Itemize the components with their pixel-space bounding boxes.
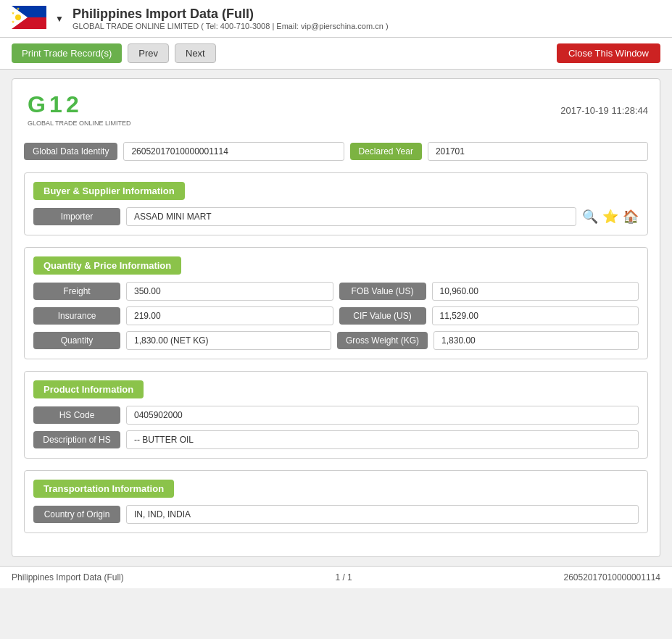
record-card: G 1 2 GLOBAL TRADE ONLINE LIMITED 2017-1… <box>12 78 660 557</box>
footer-bar: Philippines Import Data (Full) 1 / 1 260… <box>0 566 672 588</box>
svg-text:2: 2 <box>66 91 79 117</box>
card-header: G 1 2 GLOBAL TRADE ONLINE LIMITED 2017-1… <box>24 91 648 130</box>
hs-code-label: HS Code <box>33 406 120 424</box>
country-row: Country of Origin IN, IND, INDIA <box>33 505 639 524</box>
hs-code-value: 0405902000 <box>126 406 639 425</box>
freight-row: Freight 350.00 FOB Value (US) 10,960.00 <box>33 282 639 301</box>
cif-label: CIF Value (US) <box>339 307 426 325</box>
top-bar: ▼ Philippines Import Data (Full) GLOBAL … <box>0 0 672 38</box>
global-id-label: Global Data Identity <box>24 143 117 160</box>
importer-value: ASSAD MINI MART <box>126 207 576 226</box>
quantity-price-border: Quantity & Price Information Freight 350… <box>24 247 648 359</box>
prev-button[interactable]: Prev <box>128 43 169 63</box>
quantity-price-title: Quantity & Price Information <box>33 256 181 275</box>
svg-text:G: G <box>28 91 46 117</box>
description-label: Description of HS <box>33 431 120 448</box>
close-button[interactable]: Close This Window <box>557 43 660 63</box>
product-section: Product Information HS Code 0405902000 D… <box>24 371 648 459</box>
quantity-price-section: Quantity & Price Information Freight 350… <box>24 247 648 359</box>
title-block: Philippines Import Data (Full) GLOBAL TR… <box>72 7 660 30</box>
buyer-supplier-border: Buyer & Supplier Information Importer AS… <box>24 172 648 235</box>
gross-weight-label: Gross Weight (KG) <box>337 332 428 349</box>
flag-container <box>12 6 46 31</box>
dropdown-arrow[interactable]: ▼ <box>55 14 64 24</box>
gto-logo: G 1 2 GLOBAL TRADE ONLINE LIMITED <box>24 91 140 128</box>
next-button[interactable]: Next <box>175 43 216 63</box>
transportation-title: Transportation Information <box>33 480 174 498</box>
country-value: IN, IND, INDIA <box>126 505 639 524</box>
star-icon[interactable]: ⭐ <box>602 209 618 225</box>
insurance-row: Insurance 219.00 CIF Value (US) 11,529.0… <box>33 306 639 325</box>
company-info: GLOBAL TRADE ONLINE LIMITED ( Tel: 400-7… <box>72 22 660 30</box>
importer-icons: 🔍 ⭐ 🏠 <box>582 209 639 225</box>
insurance-value: 219.00 <box>126 306 333 325</box>
global-id-value: 260520170100000011​14 <box>123 142 344 161</box>
insurance-label: Insurance <box>33 307 120 325</box>
footer-left: Philippines Import Data (Full) <box>12 572 124 582</box>
declared-year-value: 201701 <box>428 142 648 161</box>
product-title: Product Information <box>33 380 144 398</box>
quantity-label: Quantity <box>33 332 120 349</box>
fob-value: 10,960.00 <box>432 282 639 301</box>
description-row: Description of HS -- BUTTER OIL <box>33 430 639 449</box>
svg-point-3 <box>15 14 21 20</box>
quantity-row: Quantity 1,830.00 (NET KG) Gross Weight … <box>33 331 639 350</box>
transportation-border: Transportation Information Country of Or… <box>24 470 648 533</box>
gross-weight-value: 1,830.00 <box>434 331 639 350</box>
quantity-value: 1,830.00 (NET KG) <box>126 331 331 350</box>
description-value: -- BUTTER OIL <box>126 430 639 449</box>
footer-right: 260520170100000011​14 <box>564 572 660 582</box>
freight-value: 350.00 <box>126 282 333 301</box>
importer-label: Importer <box>33 208 120 225</box>
country-label: Country of Origin <box>33 506 120 523</box>
home-icon[interactable]: 🏠 <box>623 209 639 225</box>
philippines-flag <box>12 6 46 29</box>
print-button[interactable]: Print Trade Record(s) <box>12 43 122 63</box>
cif-value: 11,529.00 <box>432 306 639 325</box>
transportation-section: Transportation Information Country of Or… <box>24 470 648 533</box>
freight-label: Freight <box>33 283 120 300</box>
hs-code-row: HS Code 0405902000 <box>33 406 639 425</box>
footer-center: 1 / 1 <box>335 572 352 582</box>
main-content: G 1 2 GLOBAL TRADE ONLINE LIMITED 2017-1… <box>0 70 672 566</box>
buyer-supplier-section: Buyer & Supplier Information Importer AS… <box>24 172 648 235</box>
svg-text:GLOBAL TRADE ONLINE LIMITED: GLOBAL TRADE ONLINE LIMITED <box>28 120 131 127</box>
importer-row: Importer ASSAD MINI MART 🔍 ⭐ 🏠 <box>33 207 639 226</box>
fob-label: FOB Value (US) <box>339 283 426 300</box>
search-icon[interactable]: 🔍 <box>582 209 598 225</box>
page-title: Philippines Import Data (Full) <box>72 7 660 22</box>
declared-year-label: Declared Year <box>350 143 422 160</box>
svg-text:1: 1 <box>49 91 62 117</box>
toolbar: Print Trade Record(s) Prev Next Close Th… <box>0 38 672 70</box>
product-border: Product Information HS Code 0405902000 D… <box>24 371 648 459</box>
logo-area: G 1 2 GLOBAL TRADE ONLINE LIMITED <box>24 91 140 130</box>
timestamp: 2017-10-19 11:28:44 <box>560 105 648 116</box>
buyer-supplier-title: Buyer & Supplier Information <box>33 182 185 200</box>
identity-row: Global Data Identity 260520170100000011​… <box>24 142 648 161</box>
